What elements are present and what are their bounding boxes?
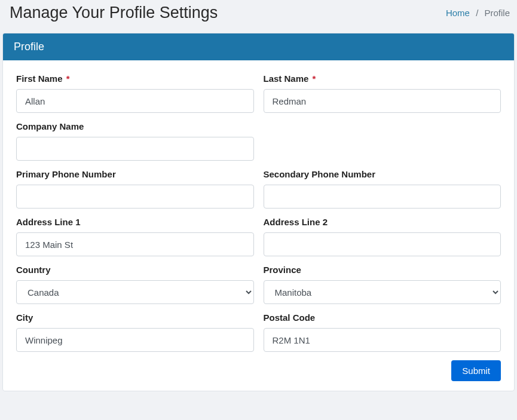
address1-input[interactable] — [16, 232, 254, 256]
breadcrumb: Home / Profile — [446, 8, 510, 18]
address1-label: Address Line 1 — [16, 217, 254, 227]
address2-label: Address Line 2 — [264, 217, 501, 227]
breadcrumb-current: Profile — [484, 8, 510, 18]
address2-input[interactable] — [264, 232, 501, 256]
postal-code-label: Postal Code — [264, 312, 501, 323]
first-name-label-text: First Name — [16, 73, 63, 84]
page-title: Manage Your Profile Settings — [10, 4, 218, 22]
city-label: City — [16, 312, 254, 323]
secondary-phone-input[interactable] — [264, 185, 501, 209]
city-input[interactable] — [16, 328, 254, 352]
province-select[interactable]: Manitoba — [264, 280, 501, 304]
required-marker: * — [313, 73, 316, 84]
submit-button[interactable]: Submit — [451, 360, 501, 381]
country-label: Country — [16, 265, 254, 275]
first-name-label: First Name * — [16, 73, 254, 84]
last-name-label: Last Name * — [264, 73, 501, 84]
breadcrumb-separator: / — [476, 8, 478, 18]
profile-panel: Profile First Name * Last Name * Company… — [2, 33, 515, 391]
postal-code-input[interactable] — [264, 328, 501, 352]
province-label: Province — [264, 265, 501, 275]
secondary-phone-label: Secondary Phone Number — [264, 169, 501, 179]
primary-phone-label: Primary Phone Number — [16, 169, 254, 179]
primary-phone-input[interactable] — [16, 185, 254, 209]
first-name-input[interactable] — [16, 89, 254, 113]
company-name-label: Company Name — [16, 121, 254, 131]
breadcrumb-home-link[interactable]: Home — [446, 8, 470, 18]
last-name-input[interactable] — [264, 89, 501, 113]
required-marker: * — [66, 73, 70, 84]
empty-slot — [264, 121, 501, 161]
country-select[interactable]: Canada — [16, 280, 254, 304]
company-name-input[interactable] — [16, 137, 254, 161]
panel-heading: Profile — [3, 33, 514, 60]
last-name-label-text: Last Name — [264, 73, 309, 84]
